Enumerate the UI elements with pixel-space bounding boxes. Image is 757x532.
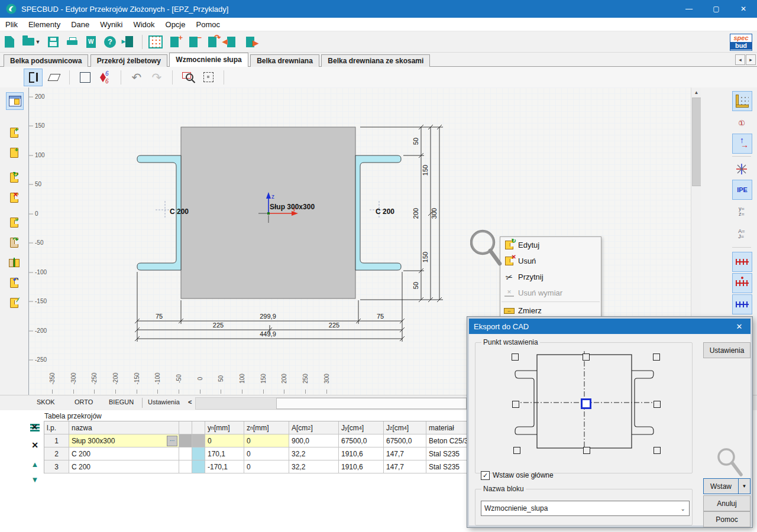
table-delete-row-icon[interactable]: ✕: [28, 439, 41, 452]
cell-yn[interactable]: -170,1: [205, 460, 244, 473]
tab-wzmocnienie-slupa[interactable]: Wzmocnienie słupa: [169, 53, 248, 67]
selection-mode-icon[interactable]: [199, 69, 217, 86]
insertion-handle[interactable]: [653, 353, 660, 361]
eraser-icon[interactable]: [45, 69, 63, 86]
section-add-tool-icon[interactable]: +: [6, 124, 22, 141]
context-item-zmierz[interactable]: ↔ Zmierz: [500, 303, 601, 319]
section-copy-icon[interactable]: ↷: [203, 34, 221, 50]
help-icon[interactable]: ?: [101, 34, 119, 50]
dim-horizontal-total-icon[interactable]: [732, 294, 752, 314]
sort-sections-icon[interactable]: 66: [96, 69, 114, 86]
dim-horizontal-icon[interactable]: [732, 252, 752, 272]
save-icon[interactable]: [44, 34, 62, 50]
insertion-handle[interactable]: [583, 353, 590, 361]
more-button[interactable]: ...: [167, 436, 177, 446]
table-move-down-icon[interactable]: ▼: [28, 473, 41, 486]
block-name-combobox[interactable]: Wzmocnienie_slupa⌄: [481, 501, 690, 516]
insertion-handle-center-selected[interactable]: [581, 398, 591, 409]
snap-biegun-toggle[interactable]: BIEGUN: [109, 398, 134, 406]
zoom-preview-icon[interactable]: [716, 447, 746, 479]
section-move-icon[interactable]: »: [6, 214, 22, 231]
insertion-handle[interactable]: [654, 447, 661, 454]
undo-icon[interactable]: ↶: [128, 69, 145, 86]
snap-skok-toggle[interactable]: SKOK: [37, 398, 55, 406]
zoom-window-icon[interactable]: [179, 69, 197, 86]
rect-add-tool-icon[interactable]: +: [6, 144, 22, 161]
menu-dane[interactable]: Dane: [66, 20, 95, 29]
section-copy-rotate-icon[interactable]: ↷: [6, 234, 22, 251]
cell-material[interactable]: Stal S235: [426, 460, 471, 473]
collapse-chevron-icon[interactable]: <: [188, 398, 192, 406]
section-refresh-icon[interactable]: ↻: [6, 169, 22, 186]
menu-opcje[interactable]: Opcje: [160, 20, 191, 29]
section-manager-icon[interactable]: [6, 92, 24, 110]
tab-przekroj-zelbetowy[interactable]: Przekrój żelbetowy: [90, 54, 167, 67]
table-move-up-icon[interactable]: ▲: [28, 458, 41, 471]
menu-pomoc[interactable]: Pomoc: [191, 20, 225, 29]
select-section-icon[interactable]: [24, 69, 43, 86]
axes-checkbox[interactable]: ✓: [481, 471, 490, 480]
snap-orto-toggle[interactable]: ORTO: [75, 398, 93, 406]
cancel-button[interactable]: Anuluj: [703, 495, 750, 511]
menu-elementy[interactable]: Elementy: [23, 20, 66, 29]
axes-checkbox-label[interactable]: Wstaw osie główne: [493, 471, 554, 479]
insertion-handle[interactable]: [512, 401, 519, 408]
tab-belka-drewniana-skosy[interactable]: Belka drewniana ze skosami: [321, 54, 430, 67]
section-rotate-icon[interactable]: ↶: [6, 274, 22, 291]
insertion-handle[interactable]: [654, 401, 661, 408]
table-hscrollbar[interactable]: [195, 397, 468, 410]
print-icon[interactable]: [63, 34, 81, 50]
snap-settings-tab[interactable]: Ustawienia: [148, 398, 180, 406]
insertion-handle[interactable]: [512, 353, 519, 361]
new-file-icon[interactable]: [1, 34, 18, 50]
section-next-icon[interactable]: ▶: [241, 34, 259, 50]
tab-belka-drewniana[interactable]: Belka drewniana: [250, 54, 319, 67]
section-add-icon[interactable]: +: [166, 34, 183, 50]
section-trim-icon[interactable]: ∕: [6, 294, 22, 311]
section-prev-icon[interactable]: ◀: [222, 34, 240, 50]
open-file-icon[interactable]: ▼: [20, 34, 43, 50]
coord-axes-icon[interactable]: ↑→: [732, 134, 752, 154]
cell-nazwa[interactable]: C 200: [69, 447, 179, 460]
cell-edit[interactable]: [179, 434, 192, 447]
dialog-close-icon[interactable]: ✕: [730, 319, 748, 334]
cell-nazwa[interactable]: Słup 300x300 ...: [69, 434, 179, 447]
main-axes-icon[interactable]: [732, 160, 751, 179]
row-number[interactable]: 3: [44, 460, 69, 473]
insertion-handle[interactable]: [583, 447, 590, 454]
settings-button[interactable]: Ustawienia: [703, 342, 750, 358]
ruler-grid-icon[interactable]: [732, 91, 752, 111]
menu-widok[interactable]: Widok: [128, 20, 160, 29]
help-button[interactable]: Pomoc: [703, 511, 750, 527]
color-swatch[interactable]: [192, 447, 205, 460]
row-number[interactable]: 1: [44, 434, 69, 447]
close-button[interactable]: ✕: [730, 0, 757, 18]
cell-zn[interactable]: 0: [244, 460, 289, 473]
menu-plik[interactable]: Plik: [0, 20, 23, 29]
cell-zn[interactable]: 0: [244, 447, 289, 460]
context-item-edytuj[interactable]: ↻ Edytuj: [500, 237, 601, 253]
exit-icon[interactable]: [120, 34, 138, 50]
dim-horizontal-points-icon[interactable]: [732, 273, 752, 293]
cell-yn[interactable]: 0: [205, 434, 244, 447]
insert-dropdown-icon[interactable]: ▼: [738, 478, 750, 494]
export-word-icon[interactable]: [82, 34, 100, 50]
cell-edit[interactable]: [179, 447, 192, 460]
section-delete-icon[interactable]: ✕: [6, 189, 22, 206]
minimize-button[interactable]: —: [675, 0, 703, 18]
cell-edit[interactable]: [179, 460, 192, 473]
tab-belka-podsuwnicowa[interactable]: Belka podsuwnicowa: [4, 54, 88, 67]
section-remove-icon[interactable]: −: [185, 34, 202, 50]
cell-material[interactable]: Stal S235: [426, 447, 471, 460]
cell-yn[interactable]: 170,1: [205, 447, 244, 460]
context-item-przytnij[interactable]: ✂ Przytnij: [500, 269, 601, 285]
section-mirror-icon[interactable]: [6, 254, 22, 271]
coords-text-icon[interactable]: y=z=: [732, 202, 751, 221]
color-swatch[interactable]: [192, 460, 205, 473]
props-text-icon[interactable]: A=J=: [732, 225, 751, 244]
cell-nazwa[interactable]: C 200: [69, 460, 179, 473]
maximize-button[interactable]: ▢: [703, 0, 730, 18]
table-clear-icon[interactable]: [28, 421, 41, 434]
tabs-scroll-left-icon[interactable]: ◂: [735, 54, 745, 65]
cell-material[interactable]: Beton C25/30: [426, 434, 471, 447]
